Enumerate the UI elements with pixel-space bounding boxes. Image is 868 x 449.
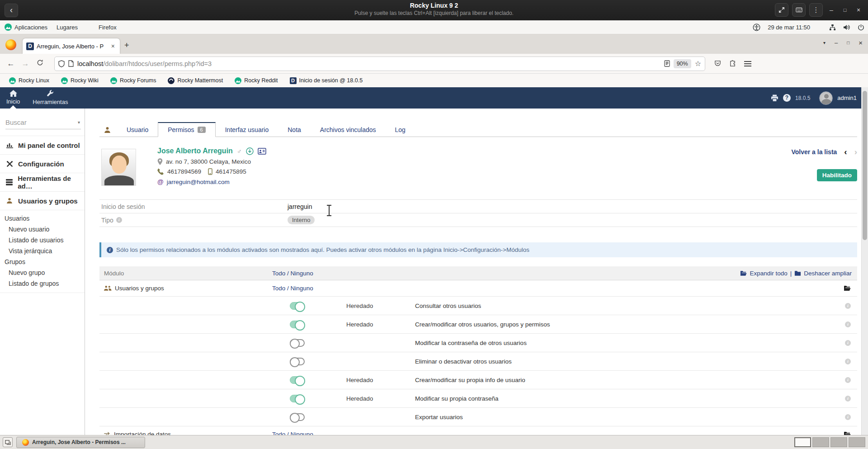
vm-menu-icon[interactable]: ⋮ xyxy=(809,3,823,17)
tab-log[interactable]: Log xyxy=(386,123,415,137)
sidebar-link-nuevo-usuario[interactable]: Nuevo usuario xyxy=(0,224,85,235)
tab-permisos[interactable]: Permisos 6 xyxy=(158,122,215,137)
url-text[interactable]: localhost/dolibarr/htdocs/user/perms.php… xyxy=(77,60,664,67)
tab-close-icon[interactable]: × xyxy=(110,43,116,50)
taskbar-task-button[interactable]: Arreguin, Jose Alberto - Permisos ... xyxy=(16,437,145,448)
sidebar-link-listado-grupos[interactable]: Listado de grupos xyxy=(0,278,85,289)
sidebar-item-configuration[interactable]: Configuración xyxy=(0,154,85,173)
permission-info-icon[interactable]: i xyxy=(845,396,851,402)
bookmark-rocky-forums[interactable]: Rocky Forums xyxy=(110,77,156,84)
browser-tab[interactable]: D Arreguin, Jose Alberto - P × xyxy=(23,38,120,54)
accessibility-icon[interactable] xyxy=(753,24,760,31)
folder-open-icon[interactable] xyxy=(844,285,851,291)
keyboard-icon[interactable] xyxy=(792,3,806,17)
logged-user-name[interactable]: admin1 xyxy=(837,95,857,101)
top-menu-home[interactable]: Inicio xyxy=(0,87,26,109)
workspace-4[interactable] xyxy=(849,437,865,447)
sidebar-link-nuevo-grupo[interactable]: Nuevo grupo xyxy=(0,267,85,278)
power-icon[interactable] xyxy=(858,24,864,31)
permission-info-icon[interactable]: i xyxy=(845,321,851,327)
tab-nota[interactable]: Nota xyxy=(278,123,311,137)
previous-record-icon[interactable]: ‹ xyxy=(844,147,847,157)
sidebar-link-vista-jerarquica[interactable]: Vista jerárquica xyxy=(0,246,85,256)
bookmark-rocky-mattermost[interactable]: Rocky Mattermost xyxy=(168,77,223,84)
select-all-none-header[interactable]: Todo / Ninguno xyxy=(272,270,313,277)
help-icon[interactable]: ? xyxy=(783,94,791,102)
url-bar[interactable]: localhost/dolibarr/htdocs/user/perms.php… xyxy=(54,57,705,71)
vm-maximize-button[interactable]: □ xyxy=(840,7,850,13)
permission-toggle[interactable] xyxy=(290,339,305,347)
user-avatar[interactable] xyxy=(819,91,833,105)
permission-info-icon[interactable]: i xyxy=(845,340,851,346)
shield-icon[interactable] xyxy=(58,60,65,67)
permission-info-icon[interactable]: i xyxy=(845,359,851,364)
browser-minimize-button[interactable]: – xyxy=(835,39,838,46)
browser-close-button[interactable]: × xyxy=(859,39,863,47)
reader-mode-icon[interactable] xyxy=(664,60,670,67)
page-info-icon[interactable] xyxy=(68,60,74,67)
new-tab-button[interactable]: + xyxy=(124,41,129,50)
download-vcard-icon[interactable] xyxy=(246,147,254,155)
nav-back-button[interactable]: ← xyxy=(4,59,18,68)
permission-info-icon[interactable]: i xyxy=(845,303,851,309)
vm-close-button[interactable]: × xyxy=(854,6,863,14)
permission-toggle[interactable] xyxy=(290,358,305,365)
vm-back-button[interactable]: ‹ xyxy=(5,4,18,17)
type-info-icon[interactable]: i xyxy=(116,217,122,223)
search-caret-icon[interactable]: ▾ xyxy=(78,120,81,125)
permission-info-icon[interactable]: i xyxy=(845,414,851,420)
workspace-3[interactable] xyxy=(830,437,847,447)
extensions-icon[interactable] xyxy=(729,60,736,67)
top-menu-tools[interactable]: Herramientas xyxy=(26,87,74,109)
scrollbar-thumb[interactable] xyxy=(863,91,867,240)
permission-toggle[interactable] xyxy=(290,302,305,310)
browser-maximize-button[interactable]: □ xyxy=(847,40,849,45)
sidebar-link-listado-usuarios[interactable]: Listado de usuarios xyxy=(0,235,85,246)
clock[interactable]: 29 de mar 11:50 xyxy=(768,24,810,31)
permission-info-icon[interactable]: i xyxy=(845,377,851,383)
activities-menu[interactable]: Aplicaciones xyxy=(5,24,47,31)
nav-forward-button[interactable]: → xyxy=(18,59,33,68)
print-icon[interactable] xyxy=(771,95,778,102)
places-menu[interactable]: Lugares xyxy=(57,24,78,31)
permission-toggle[interactable] xyxy=(290,395,305,402)
sidebar-item-dashboard[interactable]: Mi panel de control xyxy=(0,136,85,154)
bookmark-rocky-wiki[interactable]: Rocky Wiki xyxy=(61,77,99,84)
vm-minimize-button[interactable]: – xyxy=(826,6,836,14)
reload-icon[interactable] xyxy=(33,59,47,68)
sidebar-search[interactable]: ▾ xyxy=(5,118,81,129)
page-scrollbar[interactable] xyxy=(861,87,868,435)
user-email-link[interactable]: jarreguin@hotmail.com xyxy=(167,179,230,185)
menu-icon[interactable] xyxy=(744,60,751,68)
permission-toggle[interactable] xyxy=(290,376,305,384)
user-phone[interactable]: 4617894569 xyxy=(167,168,201,175)
permission-toggle[interactable] xyxy=(290,413,305,421)
list-tabs-icon[interactable]: ▾ xyxy=(823,40,826,45)
bookmark-rocky-linux[interactable]: Rocky Linux xyxy=(9,77,49,84)
fullscreen-icon[interactable] xyxy=(775,3,788,17)
tab-usuario[interactable]: Usuario xyxy=(117,123,158,137)
volume-icon[interactable] xyxy=(843,24,850,31)
pocket-icon[interactable] xyxy=(714,60,721,67)
tab-archivos-vinculados[interactable]: Archivos vinculados xyxy=(311,123,386,137)
sidebar-item-users-groups[interactable]: Usuarios y grupos xyxy=(0,191,85,210)
workspace-2[interactable] xyxy=(812,437,829,447)
permission-toggle[interactable] xyxy=(290,321,305,328)
bookmark-star-icon[interactable]: ☆ xyxy=(695,59,701,68)
sidebar-link-grupos[interactable]: Grupos xyxy=(0,256,85,267)
focused-app-menu[interactable]: Firefox xyxy=(99,24,117,31)
workspace-1[interactable] xyxy=(794,437,811,447)
window-list-icon[interactable] xyxy=(3,437,13,447)
zoom-level-badge[interactable]: 90% xyxy=(674,59,691,68)
tab-interfaz-usuario[interactable]: Interfaz usuario xyxy=(216,123,278,137)
bookmark-rocky-reddit[interactable]: Rocky Reddit xyxy=(235,77,278,84)
module-select-all-none[interactable]: Todo / Ninguno xyxy=(272,285,313,292)
sidebar-link-usuarios[interactable]: Usuarios xyxy=(0,213,85,224)
bookmark-dolibarr-login[interactable]: D Inicio de sesión @ 18.0.5 xyxy=(290,77,363,84)
search-input[interactable] xyxy=(5,118,78,126)
collapse-all-link[interactable]: Deshacer ampliar xyxy=(804,270,852,277)
sidebar-item-admin-tools[interactable]: Herramientas de ad… xyxy=(0,173,85,191)
back-to-list-link[interactable]: Volver a la lista xyxy=(791,148,837,156)
folder-open-icon[interactable] xyxy=(844,431,851,435)
module-select-all-none[interactable]: Todo / Ninguno xyxy=(272,431,313,435)
